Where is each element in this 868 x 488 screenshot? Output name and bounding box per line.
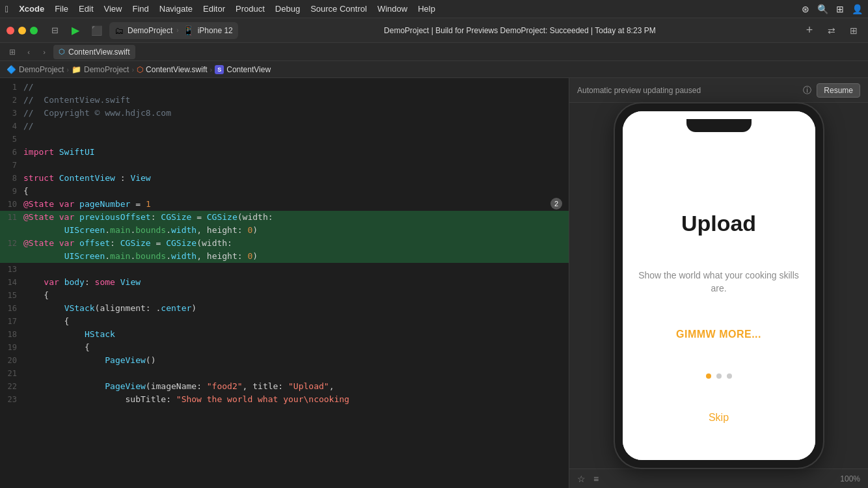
preview-footer: ☆ ≡ 100%	[569, 468, 868, 488]
traffic-lights	[7, 27, 38, 34]
close-button[interactable]	[7, 27, 14, 34]
active-tab[interactable]: ⬡ ContentView.swift	[53, 45, 135, 59]
table-row: 6 import SwiftUI	[0, 146, 569, 159]
change-badge: 2	[550, 198, 562, 210]
wifi-icon: ⊛	[802, 4, 809, 14]
table-row: 12 @State var offset: CGSize = CGSize(wi…	[0, 237, 569, 250]
table-row: 20 PageView()	[0, 354, 569, 367]
scheme-selector[interactable]: 🗂 DemoProject › 📱 iPhone 12	[109, 22, 238, 39]
scheme-name: DemoProject	[128, 26, 172, 35]
table-row: 9 {	[0, 185, 569, 198]
page-dot-1[interactable]	[706, 373, 711, 379]
preview-footer-icons: ☆ ≡	[577, 474, 599, 484]
sidebar-toggle-button[interactable]: ⊟	[47, 23, 62, 38]
project-icon: 🔷	[7, 65, 16, 74]
app-cta[interactable]: GIMMW MORE...	[676, 329, 761, 340]
table-row: 18 HStack	[0, 328, 569, 341]
table-row: 10 @State var pageNumber = 1 2	[0, 198, 569, 211]
zoom-level: 100%	[840, 474, 860, 483]
preview-status-text: Automatic preview updating paused	[577, 86, 798, 95]
table-row: UIScreen.main.bounds.width, height: 0)	[0, 250, 569, 263]
folder-icon: 📁	[72, 65, 81, 74]
table-row: 14 var body: some View	[0, 276, 569, 289]
table-row: 8 struct ContentView : View	[0, 172, 569, 185]
code-lines: 1 // 2 // ContentView.swift 3 // Copyrig…	[0, 78, 569, 406]
table-row: 5	[0, 133, 569, 146]
menu-source-control[interactable]: Source Control	[310, 4, 367, 14]
breadcrumb-sep-3: ›	[210, 66, 213, 74]
breadcrumb-project[interactable]: DemoProject	[19, 65, 64, 74]
table-row: 1 //	[0, 81, 569, 94]
toolbar-right-icons: + ⇄ ⊞	[802, 23, 861, 38]
table-row: 15 {	[0, 289, 569, 302]
code-editor[interactable]: 1 // 2 // ContentView.swift 3 // Copyrig…	[0, 78, 569, 488]
swiftui-icon: S	[215, 65, 224, 74]
menu-file[interactable]: File	[55, 4, 68, 14]
preview-info-icon[interactable]: ⓘ	[803, 85, 811, 96]
chevron-right-icon: ›	[176, 27, 178, 34]
menubar-right-icons: ⊛ 🔍 ⊞ 👤	[802, 4, 863, 14]
page-dot-2[interactable]	[716, 373, 722, 379]
breadcrumb-file[interactable]: ContentView.swift	[146, 65, 208, 74]
menu-view[interactable]: View	[104, 4, 122, 14]
menu-navigate[interactable]: Navigate	[159, 4, 193, 14]
notch	[686, 119, 752, 132]
table-row: 21	[0, 367, 569, 380]
menu-product[interactable]: Product	[236, 4, 265, 14]
breadcrumb-bar: 🔷 DemoProject › 📁 DemoProject › ⬡ Conten…	[0, 61, 868, 78]
table-row: 7	[0, 159, 569, 172]
table-row: 17 {	[0, 315, 569, 328]
preview-body: Upload Show the world what your cooking …	[569, 103, 868, 468]
menu-help[interactable]: Help	[418, 4, 435, 14]
breadcrumb-folder[interactable]: DemoProject	[84, 65, 129, 74]
next-tab-button[interactable]: ›	[38, 46, 51, 59]
menu-window[interactable]: Window	[377, 4, 407, 14]
tab-label: ContentView.swift	[68, 47, 130, 57]
swift-icon: ⬡	[137, 65, 143, 74]
run-button[interactable]: ▶	[68, 23, 83, 38]
user-icon[interactable]: 👤	[852, 4, 863, 14]
add-button[interactable]: +	[802, 23, 817, 38]
table-row: 4 //	[0, 120, 569, 133]
preview-header: Automatic preview updating paused ⓘ Resu…	[569, 78, 868, 103]
table-row: 2 // ContentView.swift	[0, 94, 569, 107]
control-center-icon[interactable]: ⊞	[836, 4, 844, 14]
minimize-button[interactable]	[18, 27, 26, 34]
apple-menu[interactable]: 	[5, 4, 8, 14]
table-row: 16 VStack(alignment: .center)	[0, 302, 569, 315]
resume-button[interactable]: Resume	[817, 83, 860, 98]
page-dots	[706, 373, 732, 379]
stop-button[interactable]: ⬛	[88, 23, 104, 38]
prev-tab-button[interactable]: ‹	[22, 46, 35, 59]
build-status: DemoProject | Build for Previews DemoPro…	[243, 26, 796, 35]
iphone-screen: Upload Show the world what your cooking …	[623, 111, 815, 460]
app-subtitle: Show the world what your cooking skills …	[636, 269, 802, 295]
bookmark-icon[interactable]: ☆	[577, 474, 586, 484]
menu-editor[interactable]: Editor	[203, 4, 225, 14]
menu-bar:  Xcode File Edit View Find Navigate Edi…	[0, 0, 868, 18]
skip-button[interactable]: Skip	[709, 412, 729, 424]
breadcrumb-symbol[interactable]: ContentView	[226, 65, 271, 74]
iphone-top-bar	[623, 111, 815, 135]
table-row: 22 PageView(imageName: "food2", title: "…	[0, 380, 569, 393]
app-title: Upload	[681, 211, 756, 236]
table-row: 11 @State var previousOffset: CGSize = C…	[0, 211, 569, 224]
swift-file-icon: ⬡	[59, 47, 65, 56]
page-dot-3[interactable]	[727, 373, 732, 379]
tabs-bar: ⊞ ‹ › ⬡ ContentView.swift	[0, 43, 868, 61]
list-icon[interactable]: ≡	[593, 474, 599, 484]
table-row: 13	[0, 263, 569, 276]
grid-view-button[interactable]: ⊞	[5, 45, 20, 59]
maximize-button[interactable]	[30, 27, 38, 34]
menu-edit[interactable]: Edit	[79, 4, 93, 14]
menu-find[interactable]: Find	[132, 4, 148, 14]
search-icon[interactable]: 🔍	[817, 4, 828, 14]
table-row: 3 // Copyright © www.hdjc8.com	[0, 107, 569, 120]
table-row: UIScreen.main.bounds.width, height: 0)	[0, 224, 569, 237]
table-row: 19 {	[0, 341, 569, 354]
table-row: 23 subTitle: "Show the world what your\n…	[0, 393, 569, 406]
layout-toggle-button[interactable]: ⊞	[846, 23, 861, 38]
menu-debug[interactable]: Debug	[275, 4, 300, 14]
menu-xcode[interactable]: Xcode	[19, 4, 44, 14]
split-view-button[interactable]: ⇄	[824, 23, 839, 38]
